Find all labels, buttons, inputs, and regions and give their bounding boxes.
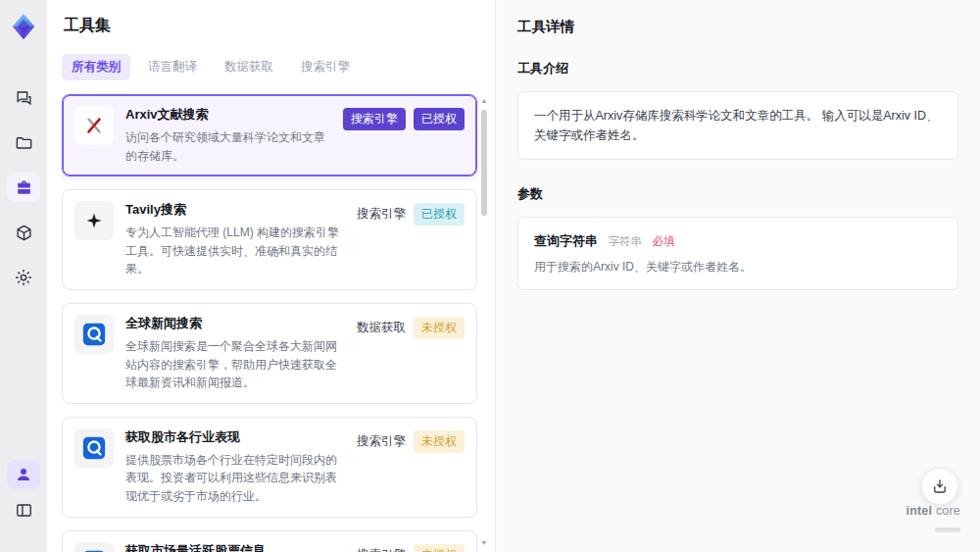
param-required-label: 必填 (652, 235, 674, 247)
scroll-down-arrow[interactable]: ▼ (479, 538, 489, 548)
brand-core: core (932, 504, 960, 518)
intro-heading: 工具介绍 (517, 60, 958, 77)
tool-title: 获取市场最活跃股票信息 (125, 542, 345, 552)
brand-sub-mark (935, 527, 960, 532)
status-badge: 未授权 (414, 430, 465, 453)
tab-all-categories[interactable]: 所有类别 (62, 54, 130, 80)
stock-search-icon (74, 542, 114, 552)
settings-gear-icon[interactable] (7, 263, 40, 292)
tool-card-sector-performance[interactable]: 获取股市各行业表现 提供股票市场各个行业在特定时间段内的表现。投资者可以利用这些… (62, 417, 477, 518)
tool-title: Tavily搜索 (125, 201, 345, 219)
tavily-star-icon (74, 201, 114, 240)
sidebar-rail (0, 0, 47, 552)
tool-description: 访问各个研究领域大量科学论文和文章的存储库。 (125, 128, 331, 165)
news-search-icon (74, 315, 114, 354)
tool-title: Arxiv文献搜索 (125, 106, 331, 124)
category-label: 搜索引擎 (357, 544, 406, 552)
tool-list: Arxiv文献搜索 访问各个研究领域大量科学论文和文章的存储库。 搜索引擎 已授… (62, 94, 489, 552)
folder-icon[interactable] (7, 127, 40, 157)
detail-title: 工具详情 (517, 18, 958, 36)
tool-description: 专为人工智能代理 (LLM) 构建的搜索引擎工具。可快速提供实时、准确和真实的结… (125, 224, 345, 278)
arxiv-logo-icon (74, 106, 114, 145)
tool-description: 提供股票市场各个行业在特定时间段内的表现。投资者可以利用这些信息来识别表现优于或… (125, 451, 345, 506)
intel-core-logo: intel core (906, 501, 961, 536)
tab-data-fetch[interactable]: 数据获取 (215, 54, 283, 80)
status-badge: 未授权 (414, 317, 465, 339)
user-profile-icon[interactable] (7, 460, 40, 489)
tool-list-panel: 工具集 所有类别 语言翻译 数据获取 搜索引擎 Arxiv文献搜索 (47, 0, 495, 552)
category-label: 搜索引擎 (357, 430, 406, 453)
param-description: 用于搜索的Arxiv ID、关键字或作者姓名。 (534, 259, 942, 276)
tool-description: 全球新闻搜索是一个聚合全球各大新闻网站内容的搜索引擎，帮助用户快速获取全球最新资… (125, 337, 345, 392)
tool-card-active-stocks[interactable]: 获取市场最活跃股票信息 提供当天交易量最高的股票列表，投资者可以利用这些信息来识… (62, 530, 477, 552)
app-logo-icon (7, 10, 40, 43)
param-type: 字符串 (608, 235, 642, 247)
chat-icon[interactable] (7, 82, 40, 112)
tool-card-tavily[interactable]: Tavily搜索 专为人工智能代理 (LLM) 构建的搜索引擎工具。可快速提供实… (62, 189, 477, 290)
toolbox-icon[interactable] (7, 173, 40, 202)
status-badge: 未授权 (414, 544, 465, 552)
tool-title: 全球新闻搜索 (125, 315, 345, 332)
intro-text: 一个用于从Arxiv存储库搜索科学论文和文章的工具。 输入可以是Arxiv ID… (534, 106, 942, 145)
collapse-panel-icon[interactable] (7, 495, 40, 525)
tool-card-arxiv[interactable]: Arxiv文献搜索 访问各个研究领域大量科学论文和文章的存储库。 搜索引擎 已授… (62, 94, 477, 176)
category-label: 数据获取 (357, 317, 406, 339)
brand-intel: intel (906, 504, 933, 518)
tool-card-global-news[interactable]: 全球新闻搜索 全球新闻搜索是一个聚合全球各大新闻网站内容的搜索引擎，帮助用户快速… (62, 303, 477, 404)
scrollbar[interactable]: ▲ ▼ (479, 94, 489, 552)
app-window: 工具集 所有类别 语言翻译 数据获取 搜索引擎 Arxiv文献搜索 (0, 0, 980, 552)
tab-search-engine[interactable]: 搜索引擎 (291, 54, 360, 80)
scroll-up-arrow[interactable]: ▲ (479, 96, 489, 106)
tool-detail-panel: 工具详情 工具介绍 一个用于从Arxiv存储库搜索科学论文和文章的工具。 输入可… (495, 0, 980, 552)
params-heading: 参数 (517, 185, 958, 203)
page-title: 工具集 (62, 16, 489, 36)
intro-box: 一个用于从Arxiv存储库搜索科学论文和文章的工具。 输入可以是Arxiv ID… (517, 91, 958, 160)
category-tabs: 所有类别 语言翻译 数据获取 搜索引擎 (62, 54, 489, 80)
download-button[interactable] (921, 468, 958, 505)
category-badge: 搜索引擎 (343, 108, 406, 130)
status-badge: 已授权 (414, 203, 465, 226)
param-box: 查询字符串 字符串 必填 用于搜索的Arxiv ID、关键字或作者姓名。 (517, 217, 958, 290)
stock-search-icon (74, 428, 114, 468)
cube-icon[interactable] (7, 218, 40, 247)
category-label: 搜索引擎 (357, 203, 406, 226)
scrollbar-thumb[interactable] (481, 110, 487, 216)
param-name: 查询字符串 (534, 233, 598, 248)
tool-title: 获取股市各行业表现 (125, 428, 345, 446)
status-badge: 已授权 (414, 108, 465, 130)
tab-language-translation[interactable]: 语言翻译 (138, 54, 207, 80)
